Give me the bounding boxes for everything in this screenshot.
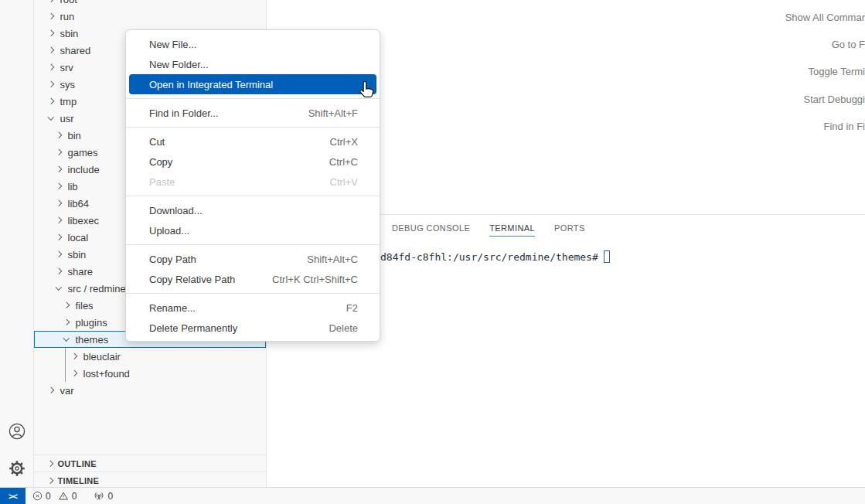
menu-separator — [126, 244, 380, 245]
tree-item-bleuclair[interactable]: bleuclair — [34, 348, 266, 365]
tab-terminal[interactable]: TERMINAL — [489, 219, 535, 237]
menu-item-new-folder[interactable]: New Folder... — [126, 54, 380, 74]
chevron-right-icon — [56, 217, 62, 223]
chevron-right-icon — [71, 353, 77, 359]
problems-indicator[interactable]: 0 0 — [32, 491, 77, 502]
menu-separator — [126, 98, 380, 99]
mouse-cursor-pointer-icon — [358, 80, 376, 104]
ports-count: 0 — [107, 491, 113, 502]
chevron-right-icon — [56, 149, 62, 155]
terminal-content[interactable]: d84fd-c8fhl:/usr/src/redmine/themes# — [380, 250, 610, 263]
chevron-right-icon — [47, 461, 53, 467]
chevron-right-icon — [47, 478, 53, 484]
menu-item-find-in-folder[interactable]: Find in Folder... Shift+Alt+F — [126, 103, 380, 123]
menu-item-open-in-integrated-terminal[interactable]: Open in Integrated Terminal — [129, 74, 376, 94]
chevron-down-icon — [48, 114, 54, 121]
chevron-right-icon — [56, 166, 62, 172]
tree-item-var[interactable]: var — [34, 382, 266, 399]
chevron-down-icon — [63, 335, 70, 342]
ports-indicator[interactable]: 0 — [94, 491, 113, 502]
chevron-right-icon — [63, 302, 70, 308]
radio-tower-icon — [94, 491, 104, 502]
warning-triangle-icon — [58, 491, 69, 501]
chevron-right-icon — [48, 0, 54, 2]
terminal-cursor — [604, 250, 610, 263]
menu-item-download[interactable]: Download... — [126, 200, 380, 220]
menu-item-cut[interactable]: Cut Ctrl+X — [126, 131, 380, 152]
chevron-right-icon — [56, 183, 62, 189]
chevron-right-icon — [48, 98, 54, 104]
tab-debug-console[interactable]: DEBUG CONSOLE — [392, 219, 470, 237]
chevron-right-icon — [48, 13, 54, 19]
tab-ports[interactable]: PORTS — [554, 219, 585, 237]
menu-item-copy[interactable]: Copy Ctrl+C — [126, 152, 380, 172]
watermark-find-in-files: Find in Fi — [824, 121, 865, 133]
account-icon[interactable] — [8, 422, 26, 441]
chevron-down-icon — [56, 284, 62, 291]
chevron-right-icon — [63, 319, 70, 325]
menu-separator — [126, 293, 380, 294]
explorer-context-menu: New File... New Folder... Open in Integr… — [125, 29, 380, 342]
watermark-toggle-terminal: Toggle Termi — [809, 66, 865, 78]
tree-item-root[interactable]: root — [34, 0, 266, 8]
sidebar-section-outline[interactable]: OUTLINE — [34, 455, 266, 472]
watermark-show-all-commands: Show All Commar — [785, 12, 865, 24]
menu-item-new-file[interactable]: New File... — [126, 34, 380, 54]
chevron-right-icon — [56, 268, 62, 274]
menu-item-delete-permanently[interactable]: Delete Permanently Delete — [126, 318, 380, 338]
error-circle-icon — [32, 491, 43, 501]
remote-indicator[interactable]: >< — [0, 488, 26, 504]
chevron-right-icon — [48, 81, 54, 87]
watermark-start-debugging: Start Debuggi — [804, 94, 865, 106]
menu-item-copy-path[interactable]: Copy Path Shift+Alt+C — [126, 249, 380, 269]
chevron-right-icon — [56, 132, 62, 138]
status-bar: >< 0 0 0 — [0, 487, 865, 504]
menu-item-paste: Paste Ctrl+V — [126, 172, 380, 192]
chevron-right-icon — [48, 30, 54, 36]
menu-item-copy-relative-path[interactable]: Copy Relative Path Ctrl+K Ctrl+Shift+C — [126, 269, 380, 289]
chevron-right-icon — [56, 234, 62, 240]
tree-item-lost-found[interactable]: lost+found — [34, 365, 266, 382]
watermark-go-to-file: Go to F — [832, 39, 865, 51]
sidebar-section-timeline[interactable]: TIMELINE — [34, 472, 266, 487]
settings-gear-icon[interactable] — [8, 459, 26, 478]
activity-bar — [0, 0, 34, 487]
terminal-prompt: d84fd-c8fhl:/usr/src/redmine/themes# — [380, 251, 598, 263]
chevron-right-icon — [48, 64, 54, 70]
remote-icon: >< — [9, 492, 17, 501]
chevron-right-icon — [48, 47, 54, 53]
menu-item-upload[interactable]: Upload... — [126, 220, 380, 240]
menu-separator — [126, 196, 380, 196]
chevron-right-icon — [71, 370, 77, 376]
warning-count: 0 — [72, 491, 77, 502]
menu-separator — [126, 127, 380, 128]
chevron-right-icon — [48, 387, 54, 393]
tree-item-run[interactable]: run — [34, 8, 266, 25]
menu-item-rename[interactable]: Rename... F2 — [126, 298, 380, 318]
chevron-right-icon — [56, 200, 62, 206]
error-count: 0 — [46, 491, 51, 502]
tree-indent-guide — [65, 348, 66, 382]
chevron-right-icon — [56, 251, 62, 257]
